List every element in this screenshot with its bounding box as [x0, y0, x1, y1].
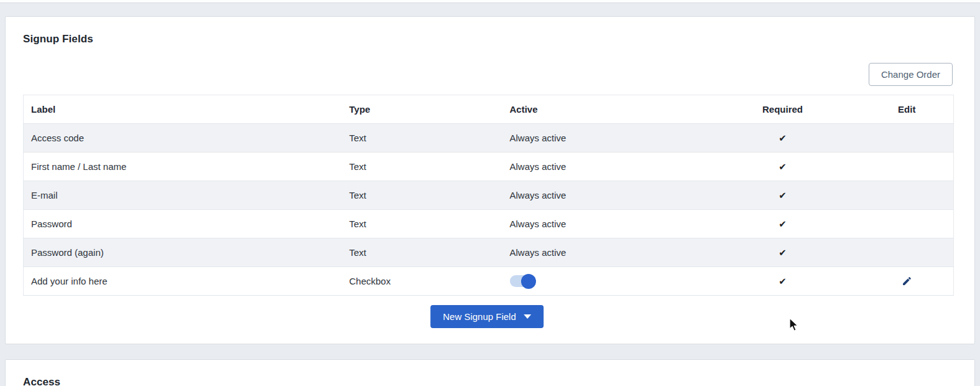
top-border-strip: [0, 0, 980, 3]
signup-fields-table-container: Label Type Active Required Edit Access c…: [23, 95, 953, 296]
cell-edit: [861, 124, 954, 153]
table-row: Add your info here Checkbox ✔: [24, 267, 954, 296]
cell-label: Password (again): [24, 238, 342, 267]
cell-edit: [861, 210, 954, 238]
page-title: Signup Fields: [23, 33, 93, 45]
edit-field-button[interactable]: [900, 275, 913, 288]
signup-fields-table: Label Type Active Required Edit Access c…: [23, 95, 954, 296]
pencil-icon: [902, 276, 912, 286]
chevron-down-icon: [524, 314, 531, 319]
cell-type: Text: [342, 238, 502, 267]
cell-active: Always active: [502, 124, 705, 153]
header-type: Type: [342, 95, 502, 124]
change-order-button[interactable]: Change Order: [869, 63, 953, 86]
required-check-icon: ✔: [779, 162, 787, 171]
new-signup-field-button[interactable]: New Signup Field: [430, 305, 543, 328]
required-check-icon: ✔: [779, 248, 787, 257]
table-row: First name / Last name Text Always activ…: [24, 153, 954, 181]
cell-label: First name / Last name: [24, 153, 342, 181]
required-check-icon: ✔: [779, 191, 787, 200]
toggle-knob: [521, 274, 536, 289]
cell-edit: [861, 181, 954, 210]
cell-label: Access code: [24, 124, 342, 153]
required-check-icon: ✔: [779, 133, 787, 143]
cell-type: Checkbox: [342, 267, 502, 296]
header-required: Required: [705, 95, 861, 124]
required-check-icon: ✔: [779, 276, 787, 286]
change-order-label: Change Order: [881, 69, 940, 80]
cell-type: Text: [342, 181, 502, 210]
table-row: Password Text Always active ✔: [24, 210, 954, 238]
access-card: Access: [5, 359, 975, 386]
cell-active: [502, 267, 705, 296]
cell-active: Always active: [502, 238, 705, 267]
table-row: E-mail Text Always active ✔: [24, 181, 954, 210]
cell-active: Always active: [502, 153, 705, 181]
cell-label: E-mail: [24, 181, 342, 210]
header-label: Label: [24, 95, 342, 124]
table-row: Access code Text Always active ✔: [24, 124, 954, 153]
cell-active: Always active: [502, 210, 705, 238]
header-active: Active: [502, 95, 705, 124]
cell-edit: [861, 238, 954, 267]
signup-fields-card: Signup Fields Change Order Label Type Ac…: [5, 16, 975, 344]
cell-edit: [861, 153, 954, 181]
table-header-row: Label Type Active Required Edit: [24, 95, 954, 124]
cell-type: Text: [342, 124, 502, 153]
header-edit: Edit: [861, 95, 954, 124]
access-section-title: Access: [23, 376, 60, 386]
cell-type: Text: [342, 210, 502, 238]
new-signup-field-label: New Signup Field: [443, 311, 516, 322]
active-toggle[interactable]: [510, 275, 535, 287]
required-check-icon: ✔: [779, 219, 787, 228]
cell-label: Password: [24, 210, 342, 238]
table-row: Password (again) Text Always active ✔: [24, 238, 954, 267]
cell-label: Add your info here: [24, 267, 342, 296]
cell-type: Text: [342, 153, 502, 181]
cell-active: Always active: [502, 181, 705, 210]
